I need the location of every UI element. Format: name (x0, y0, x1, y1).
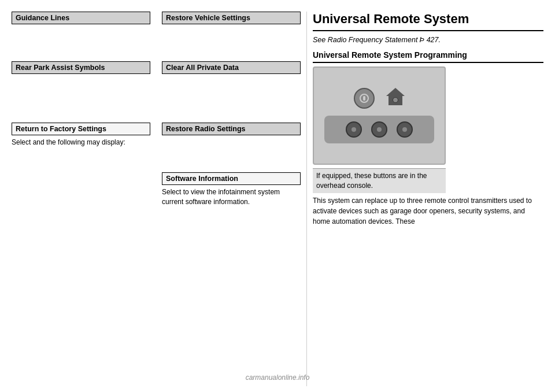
right-column: Universal Remote System See Radio Freque… (306, 12, 549, 386)
remote-btn-2 (371, 121, 387, 138)
rear-park-box: Rear Park Assist Symbols (12, 61, 150, 74)
software-info-label: Software Information (166, 175, 238, 183)
remote-buttons-row (324, 116, 434, 143)
remote-top-icons (354, 88, 405, 109)
rear-park-label: Rear Park Assist Symbols (16, 64, 105, 72)
clear-private-box: Clear All Private Data (162, 61, 301, 74)
left-column: Guidance Lines Rear Park Assist Symbols … (6, 12, 156, 386)
remote-btn-3 (397, 121, 413, 138)
middle-column: Restore Vehicle Settings Clear All Priva… (156, 12, 306, 386)
house-icon (386, 88, 405, 106)
clear-private-label: Clear All Private Data (166, 64, 239, 72)
remote-caption: If equipped, these buttons are in the ov… (313, 168, 446, 193)
restore-vehicle-box: Restore Vehicle Settings (162, 12, 301, 24)
universal-remote-title: Universal Remote System (313, 12, 543, 31)
watermark: carmanualonline.info (246, 373, 310, 382)
radio-ref-italic: Radio Frequency Statement (328, 36, 418, 44)
restore-radio-box: Restore Radio Settings (162, 123, 301, 135)
remote-image (313, 66, 446, 165)
restore-radio-label: Restore Radio Settings (166, 125, 246, 133)
body-text: This system can replace up to three remo… (313, 195, 543, 227)
lock-icon (354, 88, 375, 109)
universal-remote-subtitle: Universal Remote System Programming (313, 50, 543, 63)
return-factory-label: Return to Factory Settings (16, 125, 106, 133)
return-factory-sub: Select and the following may display: (12, 138, 150, 147)
remote-btn-1 (346, 121, 362, 138)
software-info-box: Software Information (162, 172, 301, 185)
guidance-lines-label: Guidance Lines (16, 14, 69, 22)
guidance-lines-box: Guidance Lines (12, 12, 150, 24)
page-container: Guidance Lines Rear Park Assist Symbols … (0, 0, 555, 392)
radio-ref-text: See Radio Frequency Statement Þ 427. (313, 35, 543, 46)
software-info-sub: Select to view the infotainment system c… (162, 187, 301, 207)
restore-vehicle-label: Restore Vehicle Settings (166, 14, 250, 22)
return-factory-box: Return to Factory Settings (12, 123, 150, 135)
